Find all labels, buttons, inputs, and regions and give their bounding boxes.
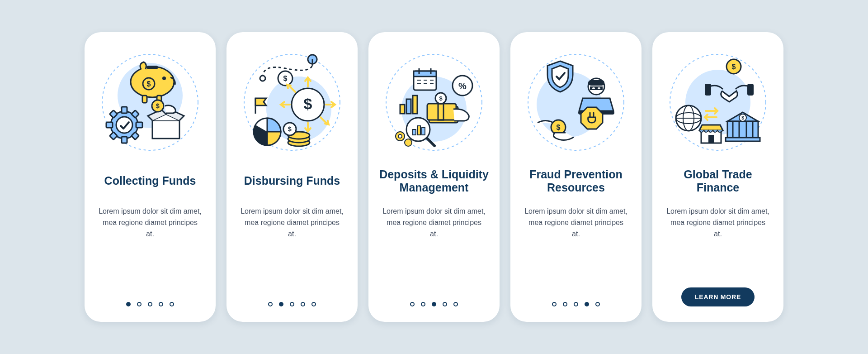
dot-4[interactable]	[301, 302, 305, 306]
pagination-dots	[268, 302, 316, 306]
dot-5[interactable]	[595, 302, 600, 306]
card-footer	[379, 293, 489, 306]
dot-3[interactable]	[148, 302, 152, 306]
svg-rect-90	[726, 138, 760, 141]
svg-text:$: $	[741, 115, 744, 120]
svg-text:$: $	[732, 63, 736, 71]
svg-text:%: %	[458, 81, 467, 91]
svg-rect-60	[417, 126, 420, 135]
pagination-dots	[126, 302, 174, 306]
dot-4[interactable]	[443, 302, 447, 306]
svg-rect-10	[122, 107, 127, 113]
card-description: Lorem ipsum dolor sit dim amet, mea regi…	[95, 206, 205, 239]
onboarding-card-1: $	[85, 32, 216, 322]
svg-point-3	[162, 77, 166, 80]
card-title: Fraud Prevention Resources	[521, 167, 631, 195]
svg-point-72	[598, 87, 600, 89]
dot-5[interactable]	[311, 302, 316, 306]
svg-rect-54	[427, 104, 456, 120]
svg-point-2	[131, 67, 174, 97]
card-footer	[237, 293, 347, 306]
svg-point-18	[116, 117, 132, 133]
svg-rect-11	[122, 137, 127, 143]
svg-rect-12	[106, 122, 113, 128]
dot-4[interactable]	[159, 302, 163, 306]
collecting-funds-icon: $	[98, 50, 202, 154]
card-title: Disbursing Funds	[244, 167, 340, 195]
svg-rect-69	[588, 80, 604, 86]
onboarding-card-5: $	[652, 32, 783, 322]
svg-text:$: $	[156, 102, 160, 110]
svg-rect-81	[705, 84, 711, 96]
card-footer: LEARN MORE	[663, 278, 773, 306]
svg-rect-70	[590, 86, 603, 90]
dot-4[interactable]	[585, 302, 589, 306]
svg-marker-74	[581, 107, 603, 129]
dot-3[interactable]	[432, 302, 436, 306]
onboarding-card-3: % $	[368, 32, 500, 322]
svg-text:$: $	[439, 95, 443, 102]
svg-rect-88	[708, 135, 714, 143]
pagination-dots	[552, 302, 600, 306]
dot-2[interactable]	[279, 302, 283, 306]
svg-point-71	[592, 87, 595, 89]
deposits-liquidity-icon: % $	[382, 50, 486, 154]
onboarding-card-4: $ Fraud Prevention Resources Lorem ipsum…	[510, 32, 642, 322]
dot-3[interactable]	[290, 302, 294, 306]
svg-rect-13	[136, 122, 142, 128]
svg-point-65	[405, 139, 412, 146]
card-title: Deposits & Liquidity Management	[379, 167, 489, 195]
learn-more-button[interactable]: LEARN MORE	[681, 287, 755, 306]
svg-text:$: $	[304, 95, 312, 112]
svg-point-64	[398, 134, 402, 138]
fraud-prevention-icon: $	[524, 50, 628, 154]
svg-rect-59	[413, 129, 416, 135]
dot-2[interactable]	[563, 302, 567, 306]
card-title: Collecting Funds	[104, 167, 196, 195]
card-footer	[95, 293, 205, 306]
card-description: Lorem ipsum dolor sit dim amet, mea regi…	[379, 206, 489, 239]
svg-rect-48	[400, 105, 405, 114]
dot-2[interactable]	[137, 302, 142, 306]
svg-rect-50	[413, 96, 417, 114]
svg-rect-7	[142, 96, 147, 103]
dot-2[interactable]	[421, 302, 425, 306]
dot-1[interactable]	[268, 302, 273, 306]
global-trade-icon: $	[666, 50, 770, 154]
dot-5[interactable]	[453, 302, 458, 306]
card-description: Lorem ipsum dolor sit dim amet, mea regi…	[663, 206, 773, 239]
svg-text:$: $	[283, 75, 288, 82]
svg-text:$: $	[557, 124, 561, 131]
svg-rect-89	[727, 121, 758, 138]
svg-rect-4	[147, 66, 158, 69]
dot-1[interactable]	[552, 302, 557, 306]
svg-text:$: $	[288, 125, 292, 133]
pagination-dots	[410, 302, 458, 306]
svg-rect-39	[414, 71, 436, 77]
svg-text:$: $	[147, 80, 151, 88]
card-description: Lorem ipsum dolor sit dim amet, mea regi…	[521, 206, 631, 239]
card-description: Lorem ipsum dolor sit dim amet, mea regi…	[237, 206, 347, 239]
svg-rect-82	[747, 84, 754, 96]
svg-point-24	[260, 76, 265, 81]
dot-1[interactable]	[126, 302, 131, 306]
card-title: Global Trade Finance	[663, 167, 773, 195]
dot-3[interactable]	[574, 302, 578, 306]
svg-rect-61	[422, 128, 425, 135]
onboarding-card-2: $ $	[226, 32, 358, 322]
svg-rect-19	[152, 120, 179, 139]
card-footer	[521, 293, 631, 306]
svg-rect-49	[406, 99, 411, 114]
disbursing-funds-icon: $ $	[240, 50, 344, 154]
dot-1[interactable]	[410, 302, 415, 306]
dot-5[interactable]	[170, 302, 174, 306]
